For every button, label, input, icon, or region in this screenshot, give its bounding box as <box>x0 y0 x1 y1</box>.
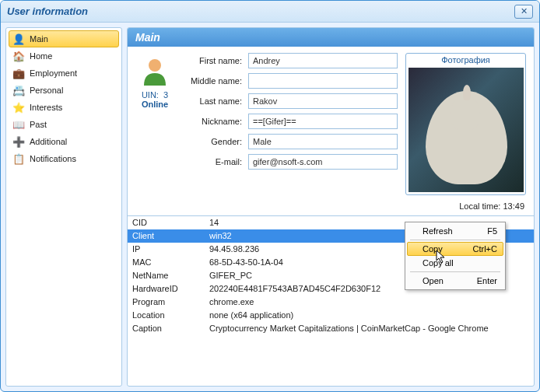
plus-icon: ➕ <box>12 135 25 148</box>
upper-area: UIN: 3 Online First name: Middle name: L… <box>128 47 534 198</box>
sidebar-item-main[interactable]: 👤Main <box>9 30 119 47</box>
panel-header: Main <box>128 28 534 47</box>
ctx-refresh[interactable]: RefreshF5 <box>407 224 503 238</box>
sidebar-item-label: Additional <box>30 137 67 146</box>
sidebar-item-past[interactable]: 📖Past <box>9 116 119 133</box>
sidebar-item-label: Personal <box>30 86 63 95</box>
first-name-input[interactable] <box>248 53 398 68</box>
avatar-icon <box>139 56 170 87</box>
sidebar-item-label: Employment <box>30 68 77 78</box>
card-icon: 📇 <box>12 84 25 96</box>
first-name-label: First name: <box>182 56 248 65</box>
sidebar-item-label: Main <box>30 34 48 44</box>
home-icon: 🏠 <box>12 50 25 62</box>
person-icon: 👤 <box>12 33 25 45</box>
sidebar-item-label: Notifications <box>30 154 76 163</box>
window-title: User information <box>7 5 514 17</box>
status-label: Online <box>135 100 174 109</box>
nickname-label: Nickname: <box>182 117 248 126</box>
form: First name: Middle name: Last name: Nick… <box>182 53 398 195</box>
separator <box>410 271 500 272</box>
sidebar-item-employment[interactable]: 💼Employment <box>9 65 119 82</box>
context-menu: RefreshF5 CopyCtrl+C Copy all OpenEnter <box>405 222 506 290</box>
gender-label: Gender: <box>182 137 248 146</box>
titlebar: User information ✕ <box>1 1 539 23</box>
sidebar-item-notifications[interactable]: 📋Notifications <box>9 150 119 167</box>
content: 👤Main 🏠Home 💼Employment 📇Personal ⭐Inter… <box>1 23 539 391</box>
book-icon: 📖 <box>12 118 25 131</box>
details-grid[interactable]: CID14 Clientwin32 IP94.45.98.236 MAC68-5… <box>128 215 534 386</box>
gender-input[interactable] <box>248 134 398 149</box>
briefcase-icon: 💼 <box>12 67 25 79</box>
last-name-label: Last name: <box>182 96 248 106</box>
middle-name-label: Middle name: <box>182 76 248 86</box>
grid-row: CaptionCryptocurrency Market Capitalizat… <box>128 322 534 335</box>
sidebar-item-label: Home <box>30 51 52 61</box>
sidebar-item-label: Interests <box>30 103 62 112</box>
nickname-input[interactable] <box>248 114 398 129</box>
photo-title: Фотография <box>406 54 525 66</box>
user-info-window: User information ✕ 👤Main 🏠Home 💼Employme… <box>0 0 540 392</box>
last-name-input[interactable] <box>248 93 398 109</box>
sidebar-item-personal[interactable]: 📇Personal <box>9 82 119 99</box>
email-input[interactable] <box>248 154 398 170</box>
close-button[interactable]: ✕ <box>514 5 533 19</box>
list-icon: 📋 <box>12 152 25 165</box>
star-icon: ⭐ <box>12 101 25 114</box>
separator <box>410 240 500 240</box>
uin-label: UIN: 3 <box>135 90 174 100</box>
avatar-column: UIN: 3 Online <box>135 53 174 195</box>
sidebar: 👤Main 🏠Home 💼Employment 📇Personal ⭐Inter… <box>5 27 122 387</box>
main-panel: Main UIN: 3 Online First name: Middle na… <box>127 27 535 387</box>
middle-name-input[interactable] <box>248 73 398 89</box>
svg-point-0 <box>149 59 161 72</box>
sidebar-item-home[interactable]: 🏠Home <box>9 47 119 65</box>
grid-row: Programchrome.exe <box>128 296 534 309</box>
local-time: Local time: 13:49 <box>128 198 534 215</box>
sidebar-item-additional[interactable]: ➕Additional <box>9 133 119 150</box>
photo-column: Фотография <box>405 53 526 195</box>
ctx-copy-all[interactable]: Copy all <box>407 256 503 270</box>
email-label: E-mail: <box>182 157 248 166</box>
sidebar-item-label: Past <box>30 120 47 129</box>
ctx-open[interactable]: OpenEnter <box>407 274 503 288</box>
grid-row: Locationnone (x64 application) <box>128 309 534 322</box>
photo-box: Фотография <box>405 53 526 195</box>
ctx-copy[interactable]: CopyCtrl+C <box>407 242 503 256</box>
photo-image <box>409 68 524 192</box>
sidebar-item-interests[interactable]: ⭐Interests <box>9 99 119 116</box>
